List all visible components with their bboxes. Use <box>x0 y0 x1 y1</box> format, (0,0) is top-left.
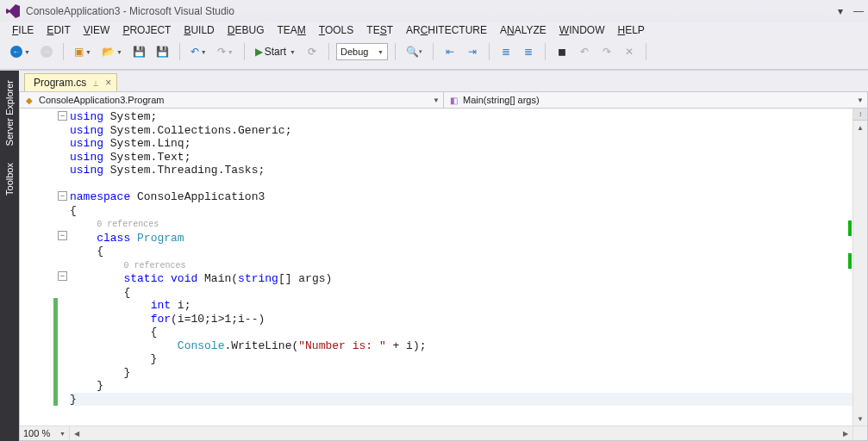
menu-test[interactable]: TEST <box>366 24 393 36</box>
menu-debug[interactable]: DEBUG <box>228 24 265 36</box>
editor-gutter <box>20 109 58 425</box>
config-select[interactable]: Debug▼ <box>336 43 388 60</box>
annotation-column <box>844 109 852 425</box>
class-icon: ◆ <box>23 94 35 106</box>
pin-icon[interactable]: ⟂ <box>93 78 98 88</box>
outline-toggle[interactable]: − <box>58 271 67 281</box>
document-tab-programcs[interactable]: Program.cs ⟂ × <box>24 73 117 91</box>
menu-tools[interactable]: TOOLS <box>319 24 353 36</box>
bm-next-button[interactable]: ↷ <box>597 42 616 61</box>
outline-toggle[interactable]: − <box>58 111 67 121</box>
menu-bar: FILE EDIT VIEW PROJECT BUILD DEBUG TEAM … <box>0 22 868 40</box>
close-icon[interactable]: × <box>105 77 111 89</box>
zoom-select[interactable]: 100 %▼ <box>20 426 70 440</box>
menu-edit[interactable]: EDIT <box>47 24 70 36</box>
scroll-down-icon[interactable]: ▼ <box>853 412 867 425</box>
navigation-bar: ◆ ConsoleApplication3.Program ▼ ◧ Main(s… <box>19 91 868 109</box>
code-content: using System; using System.Collections.G… <box>70 109 852 425</box>
save-all-button[interactable]: 💾 <box>153 42 172 61</box>
server-explorer-tab[interactable]: Server Explorer <box>2 72 17 153</box>
minimize-icon[interactable]: — <box>853 5 863 17</box>
save-button[interactable]: 💾 <box>129 42 149 61</box>
restart-button[interactable]: ⟳ <box>303 42 322 61</box>
toolbox-tab[interactable]: Toolbox <box>2 155 17 203</box>
outline-toggle[interactable]: − <box>58 231 67 240</box>
tab-title: Program.cs <box>34 77 86 89</box>
open-file-button[interactable]: 📂▼ <box>98 42 126 61</box>
outline-column: − − − − <box>58 109 70 425</box>
menu-analyze[interactable]: ANALYZE <box>500 24 546 36</box>
window-title: ConsoleApplication3 - Microsoft Visual S… <box>26 5 234 17</box>
title-bar: ConsoleApplication3 - Microsoft Visual S… <box>0 0 868 22</box>
redo-button[interactable]: ↷▼ <box>214 42 237 61</box>
scroll-up-icon[interactable]: ▲ <box>853 121 867 134</box>
vertical-scrollbar[interactable]: ↕ ▲ ▼ <box>852 109 867 425</box>
menu-file[interactable]: FILE <box>12 24 34 36</box>
code-editor[interactable]: − − − − using System; using System.Colle… <box>19 109 868 441</box>
indent-less-button[interactable]: ⇤ <box>440 42 459 61</box>
split-grip-icon[interactable]: ↕ <box>853 109 867 121</box>
comment-button[interactable]: ≣ <box>496 42 515 61</box>
start-button[interactable]: ▶Start▼ <box>252 42 299 61</box>
scroll-left-icon[interactable]: ◀ <box>70 430 84 438</box>
undo-button[interactable]: ↶▼ <box>187 42 210 61</box>
new-project-button[interactable]: ▣▼ <box>71 42 95 61</box>
marker-icon <box>848 253 852 269</box>
menu-project[interactable]: PROJECT <box>122 24 171 36</box>
type-nav-dropdown[interactable]: ◆ ConsoleApplication3.Program ▼ <box>20 92 444 108</box>
toolbar: ←▼ → ▣▼ 📂▼ 💾 💾 ↶▼ ↷▼ ▶Start▼ ⟳ Debug▼ 🔍▾… <box>0 40 868 65</box>
bm-prev-button[interactable]: ↶ <box>575 42 594 61</box>
bookmark-button[interactable]: ◼ <box>553 42 571 61</box>
menu-team[interactable]: TEAM <box>277 24 305 36</box>
nav-back-button[interactable]: ←▼ <box>7 42 34 61</box>
help-window-icon[interactable]: ▾ <box>838 5 843 17</box>
vs-logo-icon <box>5 3 21 19</box>
menu-view[interactable]: VIEW <box>84 24 110 36</box>
scroll-right-icon[interactable]: ▶ <box>839 430 852 438</box>
bm-clear-button[interactable]: ✕ <box>620 42 639 61</box>
member-nav-dropdown[interactable]: ◧ Main(string[] args) ▼ <box>444 92 867 108</box>
find-button[interactable]: 🔍▾ <box>403 42 426 61</box>
outline-toggle[interactable]: − <box>58 191 67 201</box>
menu-architecture[interactable]: ARCHITECTURE <box>406 24 487 36</box>
uncomment-button[interactable]: ≣ <box>519 42 538 61</box>
marker-icon <box>848 220 852 236</box>
horizontal-scrollbar[interactable]: 100 %▼ ◀ ▶ <box>20 425 867 440</box>
side-rail: Server Explorer Toolbox <box>0 71 19 441</box>
tab-strip: Program.cs ⟂ × <box>19 71 868 91</box>
indent-more-button[interactable]: ⇥ <box>463 42 482 61</box>
nav-fwd-button[interactable]: → <box>37 42 56 61</box>
menu-help[interactable]: HELP <box>617 24 644 36</box>
svg-marker-0 <box>6 4 20 18</box>
menu-window[interactable]: WINDOW <box>559 24 605 36</box>
menu-build[interactable]: BUILD <box>184 24 214 36</box>
method-icon: ◧ <box>447 94 459 106</box>
